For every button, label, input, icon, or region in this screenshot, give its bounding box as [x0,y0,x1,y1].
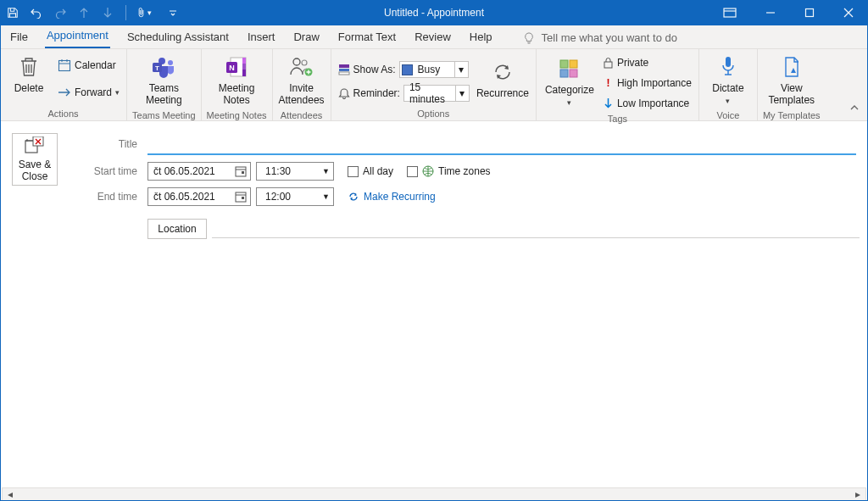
high-importance-icon: ! [603,77,614,89]
high-importance-button[interactable]: ! High Importance [601,75,693,92]
svg-point-19 [302,60,307,65]
all-day-checkbox[interactable]: All day [348,165,393,177]
show-as-icon [338,64,350,75]
bell-icon [338,87,350,99]
view-templates-button[interactable]: View Templates [764,53,820,109]
globe-icon [422,165,434,177]
minimize-button[interactable] [751,0,790,25]
delete-button[interactable]: Delete [5,53,53,97]
show-as-select[interactable]: Busy ▾ [399,61,469,78]
teams-icon: T [151,54,176,80]
svg-rect-26 [560,70,568,77]
horizontal-scrollbar[interactable]: ◂ ▸ [2,487,866,501]
chevron-down-icon: ▾ [454,62,468,77]
forward-icon [58,87,71,97]
save-and-close-button[interactable]: Save & Close [12,133,58,186]
show-as-control: Show As: Busy ▾ [337,61,471,78]
scroll-right-icon[interactable]: ▸ [852,489,864,499]
svg-rect-15 [242,70,246,76]
lightbulb-icon [523,32,535,44]
end-time-input[interactable]: 12:00 ▼ [256,187,334,206]
onenote-icon: N [225,54,248,80]
svg-rect-34 [236,167,246,176]
save-icon[interactable] [5,5,20,20]
categorize-button[interactable]: Categorize▾ [542,54,598,110]
tab-help[interactable]: Help [468,27,494,48]
save-close-icon [25,136,45,155]
tab-format-text[interactable]: Format Text [337,27,398,48]
maximize-button[interactable] [790,0,829,25]
chevron-down-icon: ▼ [322,192,330,201]
svg-rect-28 [604,62,612,68]
meeting-notes-button[interactable]: N Meeting Notes [213,53,260,109]
window-title: Untitled - Appointment [384,7,484,19]
chevron-down-icon: ▾ [726,97,730,105]
qat-more-icon[interactable] [165,5,181,20]
recurrence-button[interactable]: Recurrence [475,58,531,102]
location-input[interactable] [212,220,860,238]
invite-attendees-icon [289,54,314,80]
tab-appointment[interactable]: Appointment [45,25,110,48]
time-zones-checkbox[interactable]: Time zones [407,165,491,177]
calendar-icon [235,191,247,203]
group-voice: Dictate▾ Voice [699,49,758,120]
tell-me-search[interactable]: Tell me what you want to do [523,31,677,48]
svg-point-18 [293,58,300,65]
location-button[interactable]: Location [147,219,207,239]
reminder-select[interactable]: 15 minutes ▾ [403,85,470,102]
dictate-button[interactable]: Dictate▾ [704,53,752,109]
group-teams-meeting: T Teams Meeting Teams Meeting [127,49,202,120]
redo-icon[interactable] [53,5,68,20]
low-importance-button[interactable]: Low Importance [601,95,693,112]
start-time-input[interactable]: 11:30 ▼ [256,162,334,181]
svg-rect-22 [339,69,349,71]
svg-point-9 [168,60,173,65]
svg-rect-27 [570,70,577,77]
calendar-button[interactable]: Calendar [56,57,121,74]
chevron-down-icon: ▾ [567,98,571,107]
make-recurring-link[interactable]: Make Recurring [348,191,436,203]
close-button[interactable] [829,0,868,25]
attach-icon[interactable]: ▾ [136,5,152,20]
arrow-down-icon[interactable] [100,5,115,20]
title-input[interactable] [147,133,856,155]
arrow-up-icon[interactable] [76,5,92,20]
svg-rect-0 [724,8,736,17]
calendar-icon [58,58,71,72]
collapse-ribbon-icon[interactable] [849,103,860,115]
svg-rect-13 [242,58,246,64]
svg-rect-40 [242,197,244,199]
group-meeting-notes: N Meeting Notes Meeting Notes [202,49,273,120]
tab-file[interactable]: File [8,27,30,48]
recurrence-icon [491,59,515,85]
invite-attendees-button[interactable]: Invite Attendees [278,53,326,109]
delete-icon [19,54,39,80]
chevron-down-icon: ▾ [455,86,469,101]
private-button[interactable]: Private [601,54,693,71]
categorize-icon [559,56,581,81]
checkbox-icon [348,166,359,177]
ribbon-display-options-icon[interactable] [715,0,744,25]
teams-meeting-button[interactable]: T Teams Meeting [140,53,187,109]
svg-rect-21 [339,64,349,68]
end-date-input[interactable]: čt 06.05.2021 [147,187,251,206]
group-my-templates: View Templates My Templates [758,49,826,120]
tab-scheduling-assistant[interactable]: Scheduling Assistant [125,27,231,48]
window-controls [715,0,868,25]
start-date-input[interactable]: čt 06.05.2021 [147,162,251,181]
tab-insert[interactable]: Insert [246,27,277,48]
group-actions: Delete Calendar Forward ▾ Actions [0,49,127,120]
tab-review[interactable]: Review [413,27,453,48]
scroll-left-icon[interactable]: ◂ [4,489,16,499]
svg-text:N: N [229,64,235,72]
busy-swatch-icon [402,64,413,75]
forward-button[interactable]: Forward ▾ [56,84,121,101]
svg-rect-38 [236,192,246,202]
group-tags: Categorize▾ Private ! High Importance Lo… [537,49,699,120]
svg-rect-3 [806,9,814,17]
svg-rect-4 [59,61,70,71]
chevron-down-icon: ▾ [115,88,120,97]
tab-draw[interactable]: Draw [292,27,320,48]
chevron-down-icon: ▼ [322,167,330,175]
undo-icon[interactable] [29,5,44,20]
